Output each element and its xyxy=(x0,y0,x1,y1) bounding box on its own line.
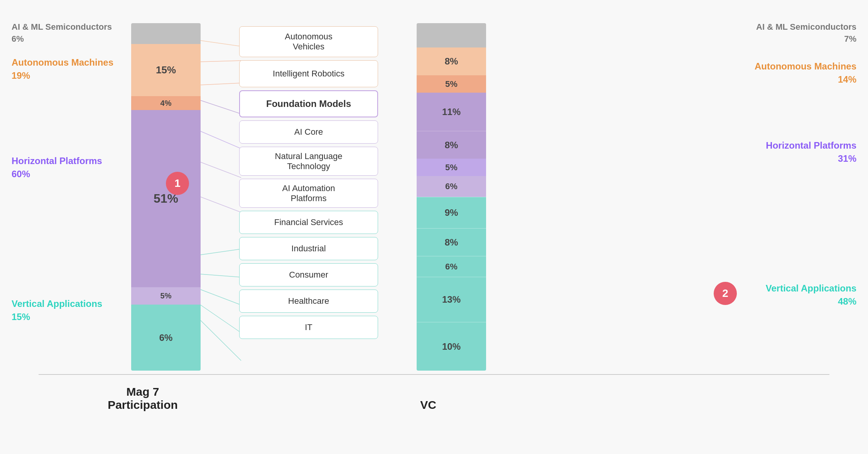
left-pct-vertical: 6% xyxy=(159,332,173,343)
center-item-foundation: Foundation Models xyxy=(239,90,378,117)
svg-line-14 xyxy=(201,249,241,255)
svg-line-2 xyxy=(201,61,241,62)
badge-1: 1 xyxy=(166,172,189,195)
left-seg-semiconductors xyxy=(131,23,201,44)
chart-container: 15% 4% 51% 5% 6% 8% 5% 11% 8% xyxy=(0,0,868,454)
legend-autonomous-left: Autonomous Machines19% xyxy=(12,56,113,82)
right-axis-label: VC xyxy=(386,398,471,412)
legend-vertical-right: Vertical Applications48% xyxy=(766,282,856,308)
svg-line-22 xyxy=(201,320,241,361)
right-seg-vert1: 9% xyxy=(417,197,486,228)
legend-auto-left-text: Autonomous Machines19% xyxy=(12,57,113,81)
right-seg-vert3: 6% xyxy=(417,256,486,277)
right-seg-auto2: 5% xyxy=(417,75,486,93)
right-seg-horiz4: 6% xyxy=(417,176,486,197)
legend-vertical-left: Vertical Applications15% xyxy=(12,297,102,323)
right-seg-semi xyxy=(417,23,486,47)
right-seg-vert5: 10% xyxy=(417,322,486,371)
badge-2: 2 xyxy=(714,282,737,305)
center-item-it: IT xyxy=(239,316,378,339)
legend-auto-right-text: Autonomous Machines14% xyxy=(755,61,856,85)
legend-horizontal-left: Horizontal Platforms60% xyxy=(12,154,102,180)
right-seg-vert2: 8% xyxy=(417,228,486,256)
svg-line-8 xyxy=(201,131,241,149)
legend-semiconductors-right: AI & ML Semiconductors7% xyxy=(756,21,856,45)
legend-semiconductors-left: AI & ML Semiconductors6% xyxy=(12,21,112,45)
left-seg-autonomous-main: 15% xyxy=(131,44,201,96)
right-seg-horiz2: 8% xyxy=(417,131,486,159)
svg-line-10 xyxy=(201,162,241,178)
legend-semi-left-text: AI & ML Semiconductors6% xyxy=(12,22,112,44)
legend-horiz-left-text: Horizontal Platforms60% xyxy=(12,156,102,179)
left-pct-autonomous: 15% xyxy=(156,64,176,76)
left-bar: 15% 4% 51% 5% 6% xyxy=(131,23,201,371)
left-seg-horizontal: 51% xyxy=(131,110,201,287)
left-pct-robotics: 4% xyxy=(160,99,172,108)
svg-line-20 xyxy=(201,305,241,333)
center-item-consumer: Consumer xyxy=(239,263,378,286)
left-pct-horiz-sub: 5% xyxy=(160,291,172,300)
center-item-healthcare: Healthcare xyxy=(239,290,378,313)
legend-vert-right-text: Vertical Applications48% xyxy=(766,283,856,307)
center-item-aiautomation: AI AutomationPlatforms xyxy=(239,179,378,208)
left-seg-robotics: 4% xyxy=(131,96,201,110)
svg-line-6 xyxy=(201,100,241,114)
center-item-autonomous: AutonomousVehicles xyxy=(239,26,378,57)
left-seg-vertical: 6% xyxy=(131,305,201,371)
center-item-robotics: Intelligent Robotics xyxy=(239,60,378,87)
right-seg-horiz1: 11% xyxy=(417,93,486,131)
bottom-axis-line xyxy=(39,374,829,375)
left-axis-label: Mag 7 Participation xyxy=(93,385,193,412)
right-seg-vert4: 13% xyxy=(417,277,486,322)
svg-line-18 xyxy=(201,290,241,305)
center-labels: AutonomousVehicles Intelligent Robotics … xyxy=(239,26,378,339)
right-seg-horiz3: 5% xyxy=(417,159,486,176)
legend-horiz-right-text: Horizontal Platforms31% xyxy=(766,140,856,164)
svg-line-0 xyxy=(201,41,241,46)
badge-2-label: 2 xyxy=(722,287,728,300)
svg-line-16 xyxy=(201,274,241,277)
center-item-industrial: Industrial xyxy=(239,237,378,260)
center-item-financial: Financial Services xyxy=(239,211,378,234)
legend-autonomous-right: Autonomous Machines14% xyxy=(755,60,856,86)
center-item-nlt: Natural LanguageTechnology xyxy=(239,147,378,176)
legend-vert-left-text: Vertical Applications15% xyxy=(12,298,102,322)
svg-line-4 xyxy=(201,83,241,85)
right-bar: 8% 5% 11% 8% 5% 6% 9% 8% 6% 13% 10% xyxy=(417,23,486,371)
legend-horizontal-right: Horizontal Platforms31% xyxy=(766,139,856,165)
right-seg-auto1: 8% xyxy=(417,47,486,75)
center-item-aicore: AI Core xyxy=(239,120,378,144)
badge-1-label: 1 xyxy=(174,177,181,190)
left-seg-horizontal-sub: 5% xyxy=(131,287,201,305)
legend-semi-right-text: AI & ML Semiconductors7% xyxy=(756,22,856,44)
svg-line-12 xyxy=(201,197,241,212)
